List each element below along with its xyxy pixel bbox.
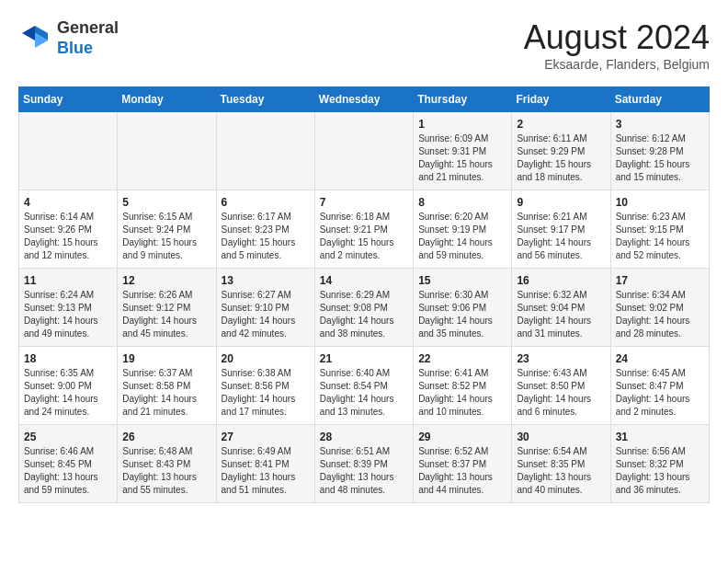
day-number: 22: [418, 352, 506, 365]
calendar-cell: 24Sunrise: 6:45 AM Sunset: 8:47 PM Dayli…: [610, 347, 709, 425]
day-info: Sunrise: 6:23 AM Sunset: 9:15 PM Dayligh…: [616, 211, 704, 262]
logo-text: General Blue: [57, 18, 119, 58]
day-info: Sunrise: 6:30 AM Sunset: 9:06 PM Dayligh…: [418, 289, 506, 340]
day-info: Sunrise: 6:14 AM Sunset: 9:26 PM Dayligh…: [24, 211, 112, 262]
page-header: General Blue August 2024 Eksaarde, Fland…: [18, 18, 710, 72]
calendar-cell: 9Sunrise: 6:21 AM Sunset: 9:17 PM Daylig…: [512, 190, 610, 269]
calendar-cell: 6Sunrise: 6:17 AM Sunset: 9:23 PM Daylig…: [216, 190, 314, 269]
header-wednesday: Wednesday: [314, 87, 413, 112]
day-number: 12: [122, 274, 210, 287]
day-number: 5: [122, 196, 210, 209]
logo-blue: Blue: [57, 39, 93, 57]
day-info: Sunrise: 6:32 AM Sunset: 9:04 PM Dayligh…: [517, 289, 605, 340]
day-info: Sunrise: 6:27 AM Sunset: 9:10 PM Dayligh…: [222, 289, 310, 340]
day-number: 3: [616, 118, 704, 131]
day-info: Sunrise: 6:18 AM Sunset: 9:21 PM Dayligh…: [320, 211, 408, 262]
calendar-cell: [19, 112, 118, 190]
day-number: 9: [517, 196, 605, 209]
day-info: Sunrise: 6:34 AM Sunset: 9:02 PM Dayligh…: [616, 289, 704, 340]
day-info: Sunrise: 6:56 AM Sunset: 8:32 PM Dayligh…: [616, 445, 704, 497]
day-info: Sunrise: 6:49 AM Sunset: 8:41 PM Dayligh…: [222, 445, 310, 497]
calendar-cell: 29Sunrise: 6:52 AM Sunset: 8:37 PM Dayli…: [414, 425, 512, 503]
day-number: 31: [616, 431, 704, 443]
day-info: Sunrise: 6:46 AM Sunset: 8:45 PM Dayligh…: [24, 445, 112, 497]
calendar-cell: 27Sunrise: 6:49 AM Sunset: 8:41 PM Dayli…: [216, 425, 314, 503]
day-info: Sunrise: 6:38 AM Sunset: 8:56 PM Dayligh…: [222, 367, 310, 419]
svg-marker-2: [22, 26, 35, 40]
day-info: Sunrise: 6:51 AM Sunset: 8:39 PM Dayligh…: [320, 445, 408, 497]
day-info: Sunrise: 6:45 AM Sunset: 8:47 PM Dayligh…: [616, 367, 704, 419]
month-title: August 2024: [524, 18, 710, 57]
day-info: Sunrise: 6:21 AM Sunset: 9:17 PM Dayligh…: [517, 211, 605, 262]
day-info: Sunrise: 6:11 AM Sunset: 9:29 PM Dayligh…: [517, 132, 605, 184]
week-row-2: 11Sunrise: 6:24 AM Sunset: 9:13 PM Dayli…: [19, 269, 710, 347]
calendar-cell: 4Sunrise: 6:14 AM Sunset: 9:26 PM Daylig…: [19, 190, 118, 269]
header-friday: Friday: [512, 87, 610, 112]
day-info: Sunrise: 6:37 AM Sunset: 8:58 PM Dayligh…: [122, 367, 210, 419]
calendar-cell: 31Sunrise: 6:56 AM Sunset: 8:32 PM Dayli…: [610, 425, 709, 503]
day-info: Sunrise: 6:26 AM Sunset: 9:12 PM Dayligh…: [122, 289, 210, 340]
day-number: 27: [222, 431, 310, 443]
day-info: Sunrise: 6:41 AM Sunset: 8:52 PM Dayligh…: [418, 367, 506, 419]
day-number: 17: [616, 274, 704, 287]
day-number: 19: [122, 352, 210, 365]
day-info: Sunrise: 6:40 AM Sunset: 8:54 PM Dayligh…: [320, 367, 408, 419]
calendar-cell: 30Sunrise: 6:54 AM Sunset: 8:35 PM Dayli…: [512, 425, 610, 503]
day-number: 2: [517, 118, 605, 131]
day-number: 4: [24, 196, 112, 209]
day-info: Sunrise: 6:20 AM Sunset: 9:19 PM Dayligh…: [418, 211, 506, 262]
day-number: 23: [517, 352, 605, 365]
day-info: Sunrise: 6:29 AM Sunset: 9:08 PM Dayligh…: [320, 289, 408, 340]
day-number: 15: [418, 274, 506, 287]
day-number: 29: [418, 431, 506, 443]
calendar-cell: 26Sunrise: 6:48 AM Sunset: 8:43 PM Dayli…: [118, 425, 216, 503]
day-number: 1: [418, 118, 506, 131]
day-number: 25: [24, 431, 112, 443]
day-number: 26: [122, 431, 210, 443]
calendar-cell: 2Sunrise: 6:11 AM Sunset: 9:29 PM Daylig…: [512, 112, 610, 190]
day-number: 13: [222, 274, 310, 287]
calendar-cell: 11Sunrise: 6:24 AM Sunset: 9:13 PM Dayli…: [19, 269, 118, 347]
calendar-cell: 16Sunrise: 6:32 AM Sunset: 9:04 PM Dayli…: [512, 269, 610, 347]
calendar-body: 1Sunrise: 6:09 AM Sunset: 9:31 PM Daylig…: [19, 112, 710, 503]
calendar-cell: 12Sunrise: 6:26 AM Sunset: 9:12 PM Dayli…: [118, 269, 216, 347]
header-row: SundayMondayTuesdayWednesdayThursdayFrid…: [19, 87, 710, 112]
day-number: 14: [320, 274, 408, 287]
calendar-cell: 25Sunrise: 6:46 AM Sunset: 8:45 PM Dayli…: [19, 425, 118, 503]
header-thursday: Thursday: [414, 87, 512, 112]
day-info: Sunrise: 6:15 AM Sunset: 9:24 PM Dayligh…: [122, 211, 210, 262]
day-number: 7: [320, 196, 408, 209]
calendar-table: SundayMondayTuesdayWednesdayThursdayFrid…: [18, 86, 710, 503]
calendar-cell: 28Sunrise: 6:51 AM Sunset: 8:39 PM Dayli…: [314, 425, 413, 503]
day-number: 24: [616, 352, 704, 365]
calendar-cell: [118, 112, 216, 190]
calendar-cell: 19Sunrise: 6:37 AM Sunset: 8:58 PM Dayli…: [118, 347, 216, 425]
day-info: Sunrise: 6:35 AM Sunset: 9:00 PM Dayligh…: [24, 367, 112, 419]
logo-general: General: [57, 18, 119, 37]
day-number: 18: [24, 352, 112, 365]
week-row-0: 1Sunrise: 6:09 AM Sunset: 9:31 PM Daylig…: [19, 112, 710, 190]
calendar-cell: 3Sunrise: 6:12 AM Sunset: 9:28 PM Daylig…: [610, 112, 709, 190]
calendar-cell: 8Sunrise: 6:20 AM Sunset: 9:19 PM Daylig…: [414, 190, 512, 269]
calendar-cell: 13Sunrise: 6:27 AM Sunset: 9:10 PM Dayli…: [216, 269, 314, 347]
calendar-cell: 1Sunrise: 6:09 AM Sunset: 9:31 PM Daylig…: [414, 112, 512, 190]
calendar-cell: 14Sunrise: 6:29 AM Sunset: 9:08 PM Dayli…: [314, 269, 413, 347]
day-number: 16: [517, 274, 605, 287]
calendar-cell: 21Sunrise: 6:40 AM Sunset: 8:54 PM Dayli…: [314, 347, 413, 425]
day-number: 21: [320, 352, 408, 365]
day-number: 11: [24, 274, 112, 287]
day-info: Sunrise: 6:17 AM Sunset: 9:23 PM Dayligh…: [222, 211, 310, 262]
header-tuesday: Tuesday: [216, 87, 314, 112]
calendar-cell: [314, 112, 413, 190]
day-number: 6: [222, 196, 310, 209]
day-info: Sunrise: 6:12 AM Sunset: 9:28 PM Dayligh…: [616, 132, 704, 184]
calendar-header: SundayMondayTuesdayWednesdayThursdayFrid…: [19, 87, 710, 112]
calendar-cell: 18Sunrise: 6:35 AM Sunset: 9:00 PM Dayli…: [19, 347, 118, 425]
calendar-cell: 17Sunrise: 6:34 AM Sunset: 9:02 PM Dayli…: [610, 269, 709, 347]
day-info: Sunrise: 6:24 AM Sunset: 9:13 PM Dayligh…: [24, 289, 112, 340]
day-number: 8: [418, 196, 506, 209]
logo: General Blue: [18, 18, 119, 58]
day-number: 10: [616, 196, 704, 209]
location-subtitle: Eksaarde, Flanders, Belgium: [524, 57, 710, 72]
week-row-4: 25Sunrise: 6:46 AM Sunset: 8:45 PM Dayli…: [19, 425, 710, 503]
